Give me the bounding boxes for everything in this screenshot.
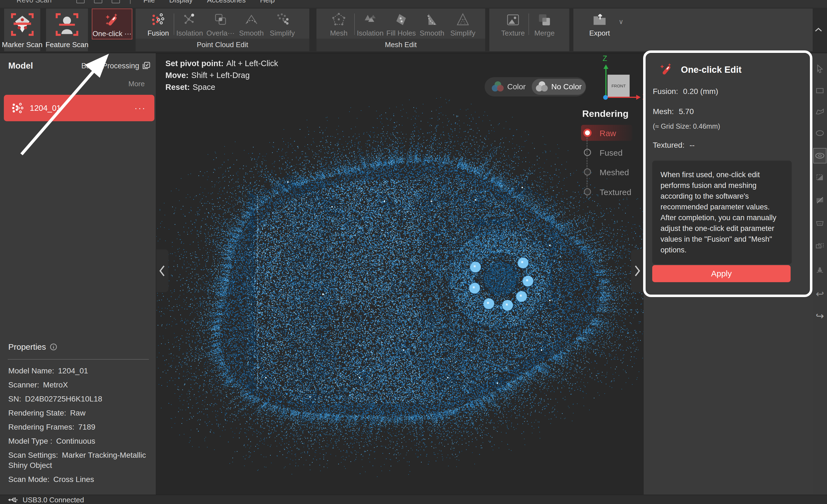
- chevron-up-icon: [814, 27, 823, 33]
- pc-isolation-label: Isolation: [177, 29, 203, 38]
- panel-icon[interactable]: [112, 0, 120, 3]
- plane-select-icon[interactable]: [813, 148, 826, 163]
- batch-processing-button[interactable]: Batch Processing: [81, 61, 151, 70]
- left-panel: Model Batch Processing More 1204_01 ··· …: [0, 53, 156, 495]
- menu-display[interactable]: Display: [169, 0, 193, 4]
- color-option-label: Color: [507, 83, 526, 91]
- marker-scan-label: Marker Scan: [2, 41, 42, 49]
- mesh-param-row: Mesh:5.70: [653, 107, 694, 116]
- polygon-select-icon[interactable]: [814, 106, 825, 117]
- texture-button[interactable]: Texture: [498, 8, 528, 38]
- color-venn-icon: [492, 81, 504, 92]
- mesh-smooth-button[interactable]: Smooth: [417, 8, 447, 38]
- ellipse-select-icon[interactable]: [814, 128, 825, 139]
- overlap-label: Overla···: [206, 29, 235, 38]
- merge-icon: [536, 12, 552, 28]
- isolation-mesh-icon: [362, 12, 378, 28]
- x-axis: [606, 97, 637, 98]
- menu-help[interactable]: Help: [260, 0, 275, 4]
- marker-scan-button[interactable]: Marker Scan: [4, 8, 40, 51]
- more-button[interactable]: More: [129, 80, 145, 88]
- prop-sn: SN:D24B02725H6K10L18: [8, 394, 152, 404]
- point-cloud-model-icon: [11, 101, 26, 115]
- overlap-frames-icon[interactable]: [814, 241, 825, 252]
- collapse-right-panel-button[interactable]: [631, 249, 644, 292]
- fusion-button[interactable]: Fusion: [143, 8, 174, 38]
- model-item-menu-button[interactable]: ···: [135, 103, 146, 113]
- point-cloud-canvas[interactable]: [156, 53, 644, 495]
- mesh-isolation-button[interactable]: Isolation: [355, 8, 386, 38]
- radio-textured-label[interactable]: Textured: [599, 188, 631, 197]
- grid-icon[interactable]: [77, 0, 85, 3]
- simplify-dots-icon: [274, 12, 290, 28]
- hint-pivot: Set pivot point:Alt + Left-Click: [165, 58, 278, 69]
- radio-fused-label[interactable]: Fused: [599, 148, 623, 158]
- axis-gizmo[interactable]: FRONT Z X: [595, 56, 644, 109]
- model-list-item[interactable]: 1204_01 ···: [4, 95, 154, 121]
- export-group: Export ∨: [573, 8, 813, 51]
- feature-scan-icon: [54, 12, 80, 37]
- rect-slash-icon[interactable]: [814, 195, 825, 206]
- fill-holes-icon: [393, 12, 409, 28]
- radio-raw-label[interactable]: Raw: [599, 129, 616, 138]
- ribbon-collapse-button[interactable]: [814, 27, 823, 34]
- merge-button[interactable]: Merge: [529, 8, 560, 38]
- one-click-edit-header: One-click Edit: [659, 62, 741, 77]
- undo-icon[interactable]: ↩: [814, 289, 825, 300]
- app-title: Revo Scan: [16, 0, 52, 4]
- pc-simplify-button[interactable]: Simplify: [267, 8, 298, 38]
- one-click-edit-button[interactable]: One-click ···: [92, 8, 132, 39]
- no-color-option[interactable]: No Color: [532, 79, 586, 95]
- properties-divider: [8, 359, 149, 360]
- feature-scan-button[interactable]: Feature Scan: [46, 8, 88, 51]
- feature-scan-label: Feature Scan: [46, 41, 89, 49]
- fusion-param-row: Fusion:0.20 (mm): [653, 87, 718, 96]
- radio-raw[interactable]: [583, 129, 592, 137]
- rect-select-icon[interactable]: [814, 85, 825, 96]
- triangle-select-icon[interactable]: [814, 172, 825, 183]
- mesh-isolation-label: Isolation: [357, 29, 384, 38]
- radio-textured[interactable]: [584, 188, 591, 195]
- menu-accessories[interactable]: Accessories: [207, 0, 246, 4]
- collapse-left-panel-button[interactable]: [156, 249, 168, 292]
- prop-scan-settings: Scan Settings:Marker Tracking-Metallic S…: [8, 450, 152, 470]
- mesh-edit-group: Mesh Isolation Fill Holes Smooth: [317, 8, 485, 51]
- toolbar-ribbon: Marker Scan Feature Scan One-click ···: [0, 8, 827, 53]
- clamp-icon[interactable]: [814, 264, 825, 275]
- export-button[interactable]: Export: [582, 8, 618, 38]
- menu-file[interactable]: File: [143, 0, 155, 4]
- fill-holes-button[interactable]: Fill Holes: [386, 8, 417, 38]
- status-bar: USB3.0 Connected: [0, 495, 827, 504]
- no-color-venn-icon: [536, 81, 548, 92]
- basket-icon[interactable]: [814, 217, 825, 229]
- prop-model-name: Model Name:1204_01: [8, 366, 152, 376]
- radio-fused[interactable]: [584, 149, 591, 156]
- fusion-label: Fusion: [147, 29, 169, 38]
- isolation-points-icon: [182, 12, 198, 28]
- simplify-mesh-icon: [455, 12, 471, 28]
- rendering-title: Rendering: [582, 108, 629, 119]
- radio-meshed-label[interactable]: Meshed: [599, 168, 629, 177]
- one-click-edit-panel: One-click Edit Fusion:0.20 (mm) Mesh:5.7…: [644, 53, 813, 495]
- overlap-button[interactable]: Overla···: [205, 8, 236, 38]
- orientation-cube[interactable]: FRONT: [607, 75, 630, 97]
- redo-icon[interactable]: ↪: [814, 311, 825, 321]
- apply-button[interactable]: Apply: [652, 265, 791, 282]
- mesh-button[interactable]: Mesh: [323, 8, 354, 38]
- pc-smooth-button[interactable]: Smooth: [236, 8, 267, 38]
- mesh-star-icon: [331, 12, 347, 28]
- pc-isolation-button[interactable]: Isolation: [174, 8, 205, 38]
- one-click-edit-title: One-click Edit: [681, 64, 741, 75]
- mesh-simplify-button[interactable]: Simplify: [447, 8, 478, 38]
- radio-meshed[interactable]: [584, 168, 591, 175]
- viewport-3d[interactable]: Set pivot point:Alt + Left-Click Move:Sh…: [156, 53, 644, 495]
- export-folder-icon: [592, 12, 607, 28]
- texture-label: Texture: [501, 29, 525, 38]
- chevron-down-icon[interactable]: ∨: [619, 18, 624, 26]
- select-arrow-icon[interactable]: [814, 63, 825, 74]
- window-icon[interactable]: [94, 0, 102, 3]
- front-face-label: FRONT: [612, 84, 626, 88]
- info-icon[interactable]: [49, 343, 58, 351]
- color-option[interactable]: Color: [492, 81, 526, 92]
- texture-image-icon: [505, 12, 521, 28]
